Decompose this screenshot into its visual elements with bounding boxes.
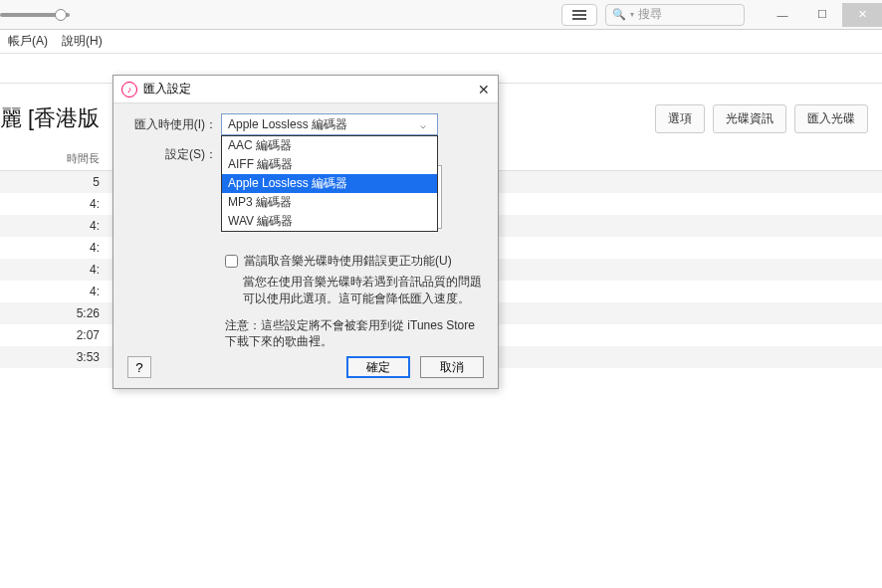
encoder-option[interactable]: AIFF 編碼器 [222,155,437,174]
search-input[interactable]: 🔍 ▾ 搜尋 [605,4,745,26]
import-disc-button[interactable]: 匯入光碟 [794,104,868,133]
volume-slider[interactable] [0,13,70,17]
options-button[interactable]: 選項 [655,104,705,133]
dialog-close-button[interactable]: ✕ [478,82,490,98]
menu-account[interactable]: 帳戶(A) [8,33,48,50]
cell-time: 2:07 [0,328,119,342]
cell-time: 4: [0,197,119,211]
dialog-titlebar: ♪ 匯入設定 ✕ [113,76,498,103]
encoder-dropdown[interactable]: AAC 編碼器AIFF 編碼器Apple Lossless 編碼器MP3 編碼器… [221,135,438,232]
list-icon [572,10,586,20]
cancel-button[interactable]: 取消 [420,356,484,378]
import-settings-dialog: ♪ 匯入設定 ✕ 匯入時使用(I)： Apple Lossless 編碼器 ⌵ … [112,75,499,389]
encoder-selected: Apple Lossless 編碼器 [228,116,415,133]
column-time[interactable]: 時間長 [0,151,119,166]
window-controls: — ☐ ✕ [763,3,882,27]
cell-time: 4: [0,285,119,298]
search-placeholder: 搜尋 [638,6,662,23]
help-button[interactable]: ? [127,356,151,378]
cell-time: 4: [0,219,119,233]
cell-time: 5:26 [0,306,119,320]
settings-label: 設定(S)： [127,143,221,163]
error-correction-label[interactable]: 當讀取音樂光碟時使用錯誤更正功能(U) [244,253,452,270]
encoder-option[interactable]: Apple Lossless 編碼器 [222,174,437,193]
maximize-button[interactable]: ☐ [802,3,842,27]
cell-time: 4: [0,241,119,255]
volume-thumb[interactable] [55,9,67,21]
ok-button[interactable]: 確定 [346,356,410,378]
menu-bar: 帳戶(A) 說明(H) [0,30,882,54]
encoder-option[interactable]: AAC 編碼器 [222,136,437,155]
minimize-button[interactable]: — [763,3,802,27]
itunes-icon: ♪ [121,82,137,98]
encoder-option[interactable]: MP3 編碼器 [222,193,437,212]
title-bar: 🔍 ▾ 搜尋 — ☐ ✕ [0,0,882,30]
cell-time: 3:53 [0,350,119,364]
error-correction-help: 當您在使用音樂光碟時若遇到音訊品質的問題可以使用此選項。這可能會降低匯入速度。 [243,274,482,307]
cell-time: 4: [0,263,119,277]
encoder-combobox[interactable]: Apple Lossless 編碼器 ⌵ AAC 編碼器AIFF 編碼器Appl… [221,113,438,135]
chevron-down-icon: ⌵ [415,119,431,130]
encoder-option[interactable]: WAV 編碼器 [222,212,437,231]
search-icon: 🔍 [612,8,626,21]
error-correction-checkbox[interactable] [225,255,238,268]
cell-time: 5 [0,175,119,189]
itunes-store-note: 注意：這些設定將不會被套用到從 iTunes Store 下載下來的歌曲裡。 [225,317,484,351]
import-using-label: 匯入時使用(I)： [127,113,221,133]
list-view-button[interactable] [561,4,597,26]
chevron-down-icon: ▾ [630,10,634,19]
disc-info-button[interactable]: 光碟資訊 [713,104,786,133]
close-button[interactable]: ✕ [842,3,882,27]
album-title: 麗 [香港版 [0,103,100,133]
dialog-title-text: 匯入設定 [143,81,191,98]
menu-help[interactable]: 說明(H) [62,33,103,50]
